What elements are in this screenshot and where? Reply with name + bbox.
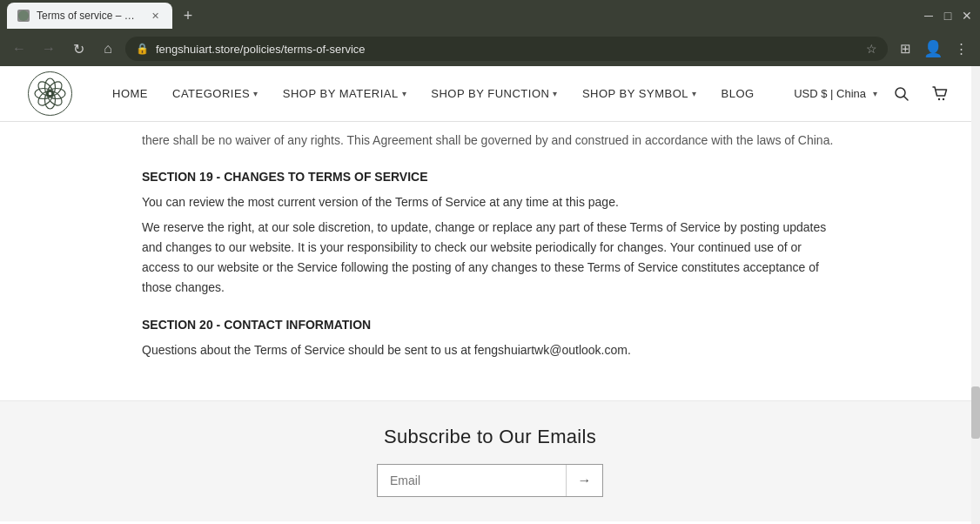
profile-icon[interactable]: 👤 [921,37,945,61]
nav-shop-by-symbol[interactable]: SHOP BY SYMBOL ▾ [570,66,709,122]
address-bar: ← → ↻ ⌂ 🔒 fengshuiart.store/policies/ter… [0,31,980,66]
nav-categories[interactable]: CATEGORIES ▾ [160,66,271,122]
settings-button[interactable]: ⋮ [949,37,973,61]
nav-home[interactable]: HOME [100,66,160,122]
arrow-icon: → [578,473,592,488]
back-button[interactable]: ← [7,37,31,61]
email-input[interactable] [378,465,566,496]
subscribe-button[interactable]: → [566,465,602,496]
function-chevron-icon: ▾ [553,89,558,98]
section19-title: SECTION 19 - CHANGES TO TERMS OF SERVICE [142,167,838,186]
new-tab-button[interactable]: + [176,3,200,28]
main-content-body: there shall be no waiver of any rights. … [116,122,864,383]
close-button[interactable]: ✕ [961,10,973,22]
site-logo[interactable] [26,70,74,118]
extensions-button[interactable]: ⊞ [893,37,917,61]
section20-para1: Questions about the Terms of Service sho… [142,340,838,360]
subscribe-title: Subscribe to Our Emails [17,426,963,448]
currency-chevron-icon: ▾ [873,89,877,98]
nav-shop-by-material[interactable]: SHOP BY MATERIAL ▾ [271,66,420,122]
cart-icon [931,85,949,103]
lock-icon: 🔒 [136,43,149,55]
restore-button[interactable]: □ [942,10,954,22]
home-button[interactable]: ⌂ [96,37,120,61]
scrollbar-track [971,66,980,524]
nav-right-controls: USD $ | China ▾ [794,80,954,108]
svg-point-13 [938,97,940,99]
tab-title: Terms of service – Fengshui [37,10,141,22]
site-navigation: HOME CATEGORIES ▾ SHOP BY MATERIAL ▾ SHO… [0,66,980,122]
toolbar-right: ⊞ 👤 ⋮ [893,37,973,61]
symbol-chevron-icon: ▾ [692,89,697,98]
tab-favicon [17,10,30,22]
svg-point-14 [943,97,944,99]
tab-close-button[interactable]: ✕ [148,9,162,23]
section19-para1: You can review the most current version … [142,192,838,212]
currency-selector[interactable]: USD $ | China ▾ [794,87,877,100]
reload-button[interactable]: ↻ [66,37,91,61]
partial-section-text: there shall be no waiver of any rights. … [142,131,838,150]
main-nav: HOME CATEGORIES ▾ SHOP BY MATERIAL ▾ SHO… [100,66,794,122]
url-bar[interactable]: 🔒 fengshuiart.store/policies/terms-of-se… [125,37,888,61]
svg-point-0 [18,10,29,21]
browser-chrome: Terms of service – Fengshui ✕ + ─ □ ✕ ← … [0,0,980,66]
categories-chevron-icon: ▾ [253,89,258,98]
nav-shop-by-function[interactable]: SHOP BY FUNCTION ▾ [419,66,570,122]
section20-title: SECTION 20 - CONTACT INFORMATION [142,315,838,334]
page-content: HOME CATEGORIES ▾ SHOP BY MATERIAL ▾ SHO… [0,66,980,524]
bookmark-icon[interactable]: ☆ [866,42,877,56]
minimize-button[interactable]: ─ [923,10,935,22]
search-button[interactable] [888,80,916,108]
title-bar: Terms of service – Fengshui ✕ + ─ □ ✕ [0,0,980,31]
cart-button[interactable] [926,80,954,108]
url-text: fengshuiart.store/policies/terms-of-serv… [156,43,859,56]
window-controls: ─ □ ✕ [923,10,973,22]
section19-para2: We reserve the right, at our sole discre… [142,218,838,298]
browser-tab[interactable]: Terms of service – Fengshui ✕ [7,3,172,29]
subscribe-form: → [377,464,603,497]
nav-blog[interactable]: BLOG [709,66,767,122]
search-icon [894,86,910,102]
scrollbar-thumb[interactable] [971,386,980,439]
svg-line-12 [904,96,909,100]
material-chevron-icon: ▾ [402,89,407,98]
forward-button[interactable]: → [37,37,61,61]
footer-subscribe: Subscribe to Our Emails → [0,400,980,521]
